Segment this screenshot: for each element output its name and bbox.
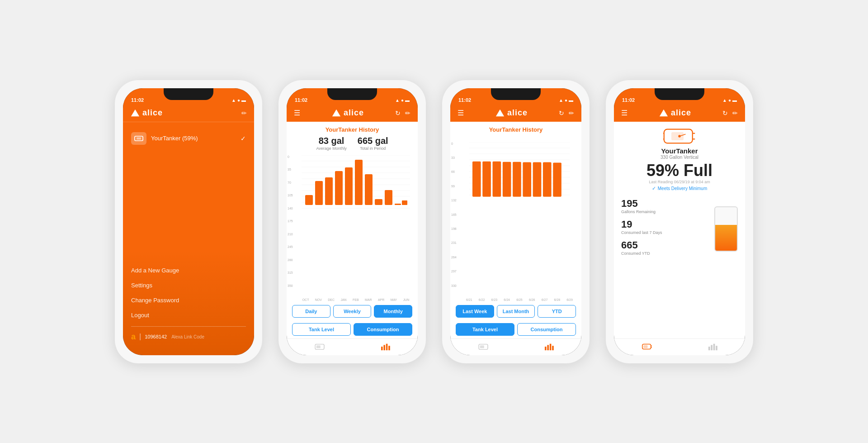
svg-rect-2 bbox=[137, 137, 141, 139]
consumption-btn-2[interactable]: Consumption bbox=[354, 323, 412, 336]
tank-level-btn-2[interactable]: Tank Level bbox=[292, 323, 351, 336]
consumed-7d-row: 19 Consumed last 7 Days bbox=[621, 219, 711, 235]
svg-rect-33 bbox=[386, 343, 387, 350]
gauge-nav-icon-3 bbox=[478, 343, 488, 351]
svg-rect-25 bbox=[395, 204, 401, 205]
bar-chart-2 bbox=[299, 155, 412, 214]
gallons-remaining-row: 195 Gallons Remaining bbox=[621, 198, 711, 214]
nav-chart-3[interactable] bbox=[516, 343, 581, 351]
svg-rect-28 bbox=[316, 345, 320, 348]
consumed-ytd-row: 665 Consumed YTD bbox=[621, 239, 711, 256]
nav-gauge-2[interactable] bbox=[287, 343, 352, 351]
edit-icon[interactable]: ✏ bbox=[241, 110, 247, 117]
svg-rect-77 bbox=[711, 345, 712, 350]
stats-row-2: 83 gal Average Monthly 665 gal Total in … bbox=[287, 136, 418, 153]
last-month-btn[interactable]: Last Month bbox=[497, 305, 535, 318]
refresh-icon-3[interactable]: ↻ bbox=[559, 110, 564, 117]
svg-rect-17 bbox=[315, 181, 323, 205]
pct-full: 59% Full bbox=[614, 162, 745, 179]
phone4-wrapper: 11:02 ▲ ● ▬ ☰ alice ↻ ✏ bbox=[606, 80, 753, 363]
svg-marker-63 bbox=[660, 109, 668, 116]
edit-icon-2[interactable]: ✏ bbox=[405, 110, 410, 117]
svg-rect-16 bbox=[305, 195, 313, 205]
phone4-status-icons: ▲ ● ▬ bbox=[722, 98, 737, 103]
tank-level-btn-3[interactable]: Tank Level bbox=[456, 323, 514, 336]
phone4-status-time: 11:02 bbox=[622, 97, 635, 103]
menu-item-settings[interactable]: Settings bbox=[131, 278, 246, 293]
svg-rect-53 bbox=[543, 162, 552, 196]
svg-rect-76 bbox=[708, 347, 710, 350]
nav-gauge-4[interactable] bbox=[614, 343, 679, 351]
svg-rect-19 bbox=[335, 171, 343, 205]
phone1-status-icons: ▲ ● ▬ bbox=[231, 98, 246, 103]
phone4-header: ☰ alice ↻ ✏ bbox=[614, 105, 745, 122]
hamburger-icon-4[interactable]: ☰ bbox=[621, 109, 627, 117]
edit-icon-4[interactable]: ✏ bbox=[732, 110, 738, 117]
phone1-gauge-item[interactable]: YourTanker (59%) ✓ bbox=[123, 126, 254, 151]
gallons-remaining-label: Gallons Remaining bbox=[621, 210, 711, 214]
edit-icon-3[interactable]: ✏ bbox=[569, 110, 574, 117]
phone1-notch bbox=[164, 88, 213, 100]
ytd-btn[interactable]: YTD bbox=[538, 305, 576, 318]
nav-chart-4[interactable] bbox=[679, 343, 745, 351]
alice-logo-3: alice bbox=[495, 108, 528, 118]
chart-nav-icon-4 bbox=[708, 343, 717, 351]
hamburger-icon-3[interactable]: ☰ bbox=[458, 109, 464, 117]
svg-rect-46 bbox=[472, 161, 481, 196]
signal-icon: ● bbox=[728, 98, 731, 103]
signal-icon: ● bbox=[565, 98, 567, 103]
svg-marker-0 bbox=[131, 109, 139, 116]
x-axis-labels-2: OCT NOV DEC JAN FEB MAR APR MAY JUN bbox=[287, 297, 418, 302]
menu-item-logout[interactable]: Logout bbox=[131, 308, 246, 323]
time-btn-row-2: Daily Weekly Monthly bbox=[287, 302, 418, 320]
alexa-section: a | 10968142 Alexa Link Code bbox=[131, 326, 246, 342]
svg-rect-24 bbox=[385, 190, 392, 205]
gauge-label: YourTanker (59%) bbox=[151, 135, 236, 142]
svg-rect-79 bbox=[716, 346, 717, 350]
svg-rect-20 bbox=[345, 167, 353, 205]
phone1-wrapper: 11:02 ▲ ● ▬ alice ✏ bbox=[115, 80, 262, 363]
phone2-wrapper: 11:02 ▲ ● ▬ ☰ alice ↻ ✏ bbox=[278, 80, 426, 363]
chart-nav-icon-3 bbox=[544, 343, 554, 351]
menu-item-add-gauge[interactable]: Add a New Gauge bbox=[131, 263, 246, 278]
weekly-btn[interactable]: Weekly bbox=[333, 305, 372, 318]
svg-rect-78 bbox=[713, 343, 715, 350]
tank-large-icon bbox=[663, 125, 696, 147]
alice-triangle-icon bbox=[130, 108, 140, 118]
consumed-7d-label: Consumed last 7 Days bbox=[621, 230, 711, 235]
alice-logo-text-4: alice bbox=[671, 108, 691, 118]
nav-chart-2[interactable] bbox=[352, 343, 418, 351]
last-week-btn[interactable]: Last Week bbox=[456, 305, 494, 318]
svg-rect-54 bbox=[553, 162, 561, 196]
svg-rect-59 bbox=[545, 347, 547, 350]
refresh-icon[interactable]: ↻ bbox=[395, 110, 401, 117]
refresh-icon-4[interactable]: ↻ bbox=[722, 110, 728, 117]
phone1-menu-section: Add a New Gauge Settings Change Password… bbox=[123, 151, 254, 355]
signal-icon: ● bbox=[401, 98, 404, 103]
svg-rect-21 bbox=[355, 160, 363, 205]
phone4-header-icons: ↻ ✏ bbox=[722, 110, 738, 117]
tank-visual bbox=[714, 206, 738, 252]
alexa-code: 10968142 bbox=[145, 334, 167, 339]
avg-value: 83 gal bbox=[316, 136, 346, 146]
daily-btn[interactable]: Daily bbox=[292, 305, 330, 318]
phone2-header-icons: ↻ ✏ bbox=[395, 110, 410, 117]
svg-rect-31 bbox=[381, 347, 383, 350]
monthly-btn[interactable]: Monthly bbox=[374, 305, 412, 318]
bar-chart-3 bbox=[463, 142, 576, 201]
alice-logo-4: alice bbox=[659, 108, 691, 118]
svg-rect-52 bbox=[533, 162, 542, 196]
menu-item-change-password[interactable]: Change Password bbox=[131, 293, 246, 308]
bottom-nav-4 bbox=[614, 338, 745, 355]
svg-rect-47 bbox=[482, 161, 491, 196]
nav-gauge-3[interactable] bbox=[450, 343, 516, 351]
phone3-shell: 11:02 ▲ ● ▬ ☰ alice ↻ ✏ bbox=[450, 88, 581, 355]
phone2-notch bbox=[327, 88, 377, 100]
svg-rect-23 bbox=[375, 199, 382, 205]
consumption-btn-3[interactable]: Consumption bbox=[517, 323, 576, 336]
phone3-header: ☰ alice ↻ ✏ bbox=[450, 105, 581, 122]
x-axis-labels-3: 6/21 6/22 6/23 6/24 6/25 6/26 6/27 6/28 … bbox=[450, 297, 581, 302]
hamburger-icon[interactable]: ☰ bbox=[294, 109, 300, 117]
svg-rect-62 bbox=[552, 346, 554, 350]
alice-logo-2: alice bbox=[331, 108, 364, 118]
